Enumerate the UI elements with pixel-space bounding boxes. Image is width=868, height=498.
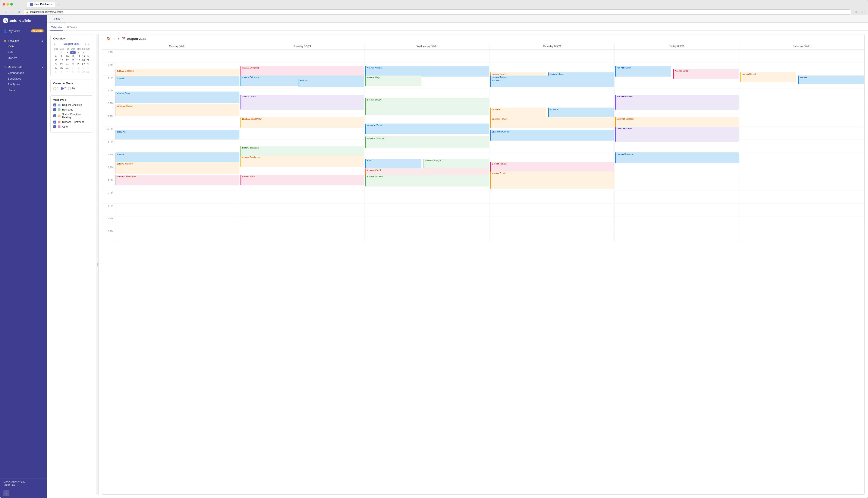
cell-sat-7pm[interactable]	[739, 217, 864, 229]
bookmark-button[interactable]: ☆	[854, 9, 859, 14]
cell-tue-12pm[interactable]	[240, 127, 365, 140]
cal-day[interactable]: 25	[70, 62, 76, 66]
sidebar-item-owners[interactable]: Owners	[0, 55, 47, 61]
cal-day[interactable]: 3	[81, 66, 86, 70]
cal-day[interactable]: 10	[81, 70, 86, 74]
event-zubat-wed[interactable]: 11:45 AM: Zubat	[365, 123, 489, 134]
cell-tue-7am[interactable]: 7:15 AM Dewgong	[240, 63, 365, 76]
event-goldeen-fri-11[interactable]: 11:15 AM Goldeen	[615, 117, 739, 128]
cell-wed-9am[interactable]: 8:45 AM Smogo	[365, 88, 490, 101]
cal-day[interactable]: 8	[70, 70, 76, 74]
event-goldeen-fri-9[interactable]: 9:30 AM Goldeen	[615, 95, 739, 110]
cell-sat-11am[interactable]	[739, 114, 864, 127]
event-murkrow-mon[interactable]: 2:45 PM Murkrow	[116, 162, 240, 174]
event-thu-1030b[interactable]: 10:30 AM:	[548, 107, 614, 117]
cal-day[interactable]: 11	[86, 70, 90, 74]
cell-sat-3pm[interactable]	[739, 165, 864, 178]
cal-day[interactable]: 10	[65, 54, 70, 58]
cell-tue-5pm[interactable]	[240, 191, 365, 204]
cal-day[interactable]: 4	[70, 51, 76, 54]
cell-sat-8pm[interactable]	[739, 229, 864, 242]
address-bar[interactable]: 🔒 localhost:8080/#main/0/visits	[23, 9, 852, 14]
cell-wed-8am[interactable]: 8:00 AM Kinglr	[365, 76, 490, 88]
event-mon-2pm[interactable]: 2:00 PM:	[116, 152, 240, 162]
new-tab-button[interactable]: +	[56, 2, 60, 6]
event-horsea[interactable]: 7:15 AM Horsea	[365, 66, 489, 77]
cal-day[interactable]: 9	[76, 70, 81, 74]
event-golden-fri[interactable]: 7:30 AM Golde	[673, 69, 739, 79]
event-crobat[interactable]: 9:30 AM Crobat	[241, 95, 365, 110]
tab-visits[interactable]: Visits ×	[50, 15, 66, 23]
back-button[interactable]: ‹	[2, 9, 8, 14]
cell-fri-9am[interactable]: 9:30 AM Goldeen	[615, 88, 740, 101]
radio-mode-1[interactable]: 1	[53, 87, 59, 90]
cell-thu-6pm[interactable]	[490, 204, 615, 217]
event-dewgong-fri[interactable]: 2:00 PM Dewgong	[615, 152, 739, 163]
cell-mon-7am[interactable]: 7:30 AM Geodude	[115, 63, 240, 76]
cell-sat-7am[interactable]: 7:45 AM Sandsl 8:00 AM	[739, 63, 864, 76]
cal-day[interactable]: 7	[65, 70, 70, 74]
browser-tab[interactable]: 🐾 Jmix Petclinic ×	[27, 2, 55, 7]
maximize-window-button[interactable]	[10, 3, 13, 5]
cell-tue-1pm[interactable]: 1:30 PM Bulbasau	[240, 140, 365, 152]
cell-thu-6am[interactable]	[490, 50, 615, 63]
calendar-prev-button[interactable]: ‹	[113, 36, 116, 41]
event-wed-230[interactable]: 2:30	[365, 159, 421, 168]
cal-day[interactable]: 14	[86, 54, 90, 58]
cell-wed-2pm[interactable]: 2:30 2:30 PM: Smogon	[365, 152, 490, 165]
cell-fri-6pm[interactable]	[615, 204, 740, 217]
cell-sat-10am[interactable]	[739, 101, 864, 114]
cell-fri-3pm[interactable]	[615, 165, 740, 178]
cal-day[interactable]: 15	[53, 58, 59, 62]
sidebar-item-visits[interactable]: Visits	[0, 43, 47, 49]
event-sat-8am[interactable]: 8:00 AM	[798, 76, 864, 84]
cell-tue-6am[interactable]	[240, 50, 365, 63]
sidebar-item-pet-types[interactable]: Pet Types	[0, 81, 47, 87]
sidebar-item-veterinarians[interactable]: Veterinarians	[0, 70, 47, 76]
event-zubat-thu[interactable]: 3:30 PM Zubat	[490, 172, 614, 188]
event-mon-815[interactable]: 8:15 AM:	[116, 76, 240, 86]
sub-tab-all-visits[interactable]: All Visits	[66, 24, 77, 30]
cal-day[interactable]: 13	[81, 54, 86, 58]
mini-cal-next-next-button[interactable]: »	[87, 42, 90, 45]
cell-sat-6pm[interactable]	[739, 204, 864, 217]
event-thu-1030[interactable]: 10:30 AM:	[490, 107, 546, 117]
cell-mon-12pm[interactable]: 12:15 PM:	[115, 127, 240, 140]
calendar-next-button[interactable]: ›	[117, 36, 120, 41]
cal-day[interactable]: 3	[65, 51, 70, 54]
cell-wed-11am[interactable]: 11:45 AM: Zubat	[365, 114, 490, 127]
cell-sat-4pm[interactable]	[739, 178, 864, 191]
cell-fri-2pm[interactable]: 2:00 PM Dewgong	[615, 152, 740, 165]
event-murkrow-thu[interactable]: 12:15 PM: Murkrow	[490, 130, 614, 141]
cell-tue-7pm[interactable]	[240, 217, 365, 229]
event-zubat-tue[interactable]: 3:45 PM Zubat	[241, 175, 365, 185]
event-kinglr[interactable]: 8:00 AM Kinglr	[365, 76, 421, 86]
cell-thu-8pm[interactable]	[490, 229, 615, 242]
panel-divider[interactable]: ⋮	[97, 34, 99, 495]
cal-day[interactable]: 26	[76, 62, 81, 66]
tab-close-button[interactable]: ×	[51, 3, 52, 5]
cell-tue-8pm[interactable]	[240, 229, 365, 242]
close-window-button[interactable]	[2, 3, 5, 5]
cell-mon-9am[interactable]: 9:15 AM Staryu	[115, 88, 240, 101]
event-geodude-wed[interactable]: 12:45 PM Geodude	[365, 136, 489, 148]
event-sandsl[interactable]: 7:45 AM Sandsl	[740, 72, 796, 82]
cal-day[interactable]: 23	[59, 62, 65, 66]
cell-fri-5pm[interactable]	[615, 191, 740, 204]
cell-thu-2pm[interactable]: 1:45 PM Rattata	[490, 152, 615, 165]
cal-day[interactable]: 30	[59, 66, 65, 70]
cell-thu-9am[interactable]	[490, 88, 615, 101]
cell-wed-7am[interactable]: 7:15 AM Horsea	[365, 63, 490, 76]
cell-mon-8pm[interactable]	[115, 229, 240, 242]
mini-cal-prev-button[interactable]: ‹	[56, 42, 59, 45]
mini-cal-prev-prev-button[interactable]: «	[53, 42, 56, 45]
cal-day[interactable]: 9	[59, 54, 65, 58]
cal-day[interactable]	[53, 51, 59, 54]
cell-thu-12pm[interactable]: 12:15 PM: Murkrow	[490, 127, 615, 140]
cal-day[interactable]: 5	[76, 51, 81, 54]
cal-day[interactable]: 19	[76, 58, 81, 62]
cal-day[interactable]: 17	[65, 58, 70, 62]
cal-day[interactable]: 24	[65, 62, 70, 66]
cell-thu-10am[interactable]: 10:30 AM: 10:30 AM:	[490, 101, 615, 114]
cal-day[interactable]: 16	[59, 58, 65, 62]
